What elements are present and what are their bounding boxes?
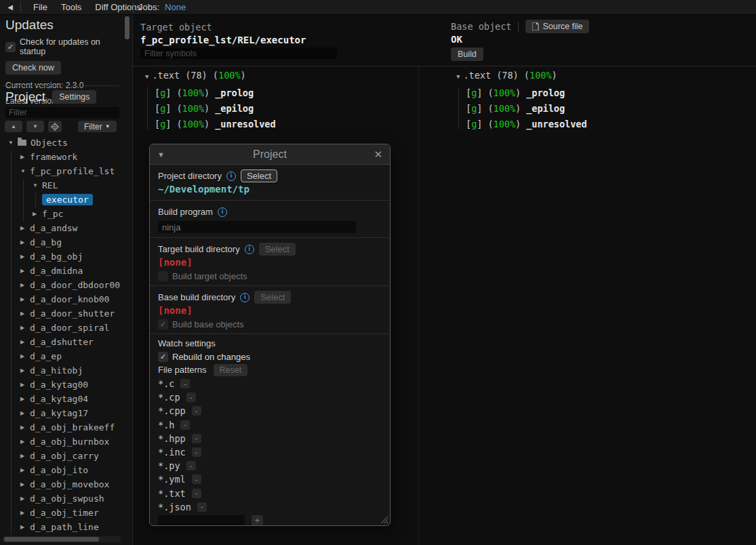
expander-icon[interactable]: ▶ [20,424,30,430]
expander-icon[interactable]: ▼ [145,73,148,80]
project-directory-select-button[interactable]: Select [241,169,277,182]
expander-icon[interactable]: ▼ [8,140,18,146]
build-program-input[interactable] [158,221,356,233]
add-pattern-input[interactable] [158,515,245,526]
info-icon[interactable]: i [240,293,250,302]
remove-pattern-button[interactable]: - [192,406,201,416]
tree-filter-dropdown[interactable]: Filter ▼ [78,121,117,132]
symbol-filter-input[interactable] [140,47,337,59]
symbol-name[interactable]: _prolog [526,87,565,98]
tree-item[interactable]: ▶ d_a_obj_timer [0,506,128,520]
build-button[interactable]: Build [451,47,483,61]
reset-patterns-button[interactable]: Reset [214,364,248,376]
info-icon[interactable]: i [245,245,254,254]
tree-item[interactable]: ▶ d_a_kytag04 [0,392,128,406]
expander-icon[interactable]: ▶ [20,296,30,302]
expander-icon[interactable]: ▶ [20,254,30,260]
remove-pattern-button[interactable]: - [186,392,196,402]
build-base-objects-checkbox[interactable]: ✓ [158,319,168,329]
expander-icon[interactable]: ▶ [20,453,30,459]
expander-icon[interactable]: ▶ [20,225,30,231]
expander-icon[interactable]: ▶ [20,268,30,274]
tree-item[interactable]: ▼ f_pc_profile_lst [0,164,128,178]
expander-icon[interactable]: ▼ [456,73,460,80]
tree-item[interactable]: ▶ d_a_kytag17 [0,406,128,420]
remove-pattern-button[interactable]: - [180,379,190,388]
tree-item[interactable]: ▶ d_a_hitobj [0,363,128,378]
expander-icon[interactable]: ▶ [20,382,30,388]
close-icon[interactable]: ✕ [369,148,382,161]
expander-icon[interactable]: ▶ [20,353,30,359]
expander-icon[interactable]: ▶ [20,524,30,530]
tree-item[interactable]: ▶ d_a_door_shutter [0,306,128,321]
symbol-name[interactable]: _prolog [215,87,254,98]
expander-icon[interactable]: ▶ [20,510,30,516]
tree-item[interactable]: ▶ d_a_bg [0,235,128,249]
tree-item[interactable]: ▶ d_a_door_dbdoor00 [0,278,128,292]
remove-pattern-button[interactable]: - [192,489,201,498]
expander-icon[interactable]: ▶ [33,211,42,217]
tree-item[interactable]: ▶ d_a_obj_burnbox [0,435,128,449]
tree-item[interactable]: ▶ d_a_andsw [0,221,128,235]
updates-startup-checkbox[interactable]: ✓ [5,42,16,52]
symbol-name[interactable]: _epilog [526,103,565,114]
expander-icon[interactable]: ▶ [20,325,30,331]
expander-icon[interactable]: ▶ [20,154,30,160]
expander-icon[interactable]: ▶ [20,282,30,288]
info-icon[interactable]: i [226,171,236,181]
symbol-row[interactable]: [g](100%)_unresolved [466,117,587,132]
symbol-name[interactable]: _unresolved [215,119,275,129]
remove-pattern-button[interactable]: - [192,447,201,457]
expander-icon[interactable]: ▶ [20,310,30,317]
remove-pattern-button[interactable]: - [192,434,201,443]
jobs-value[interactable]: None [165,2,186,12]
remove-pattern-button[interactable]: - [192,475,201,484]
remove-pattern-button[interactable]: - [186,461,196,470]
expander-icon[interactable]: ▶ [20,410,30,416]
symbol-row[interactable]: [g](100%)_unresolved [155,117,276,132]
menu-tools[interactable]: Tools [54,2,88,12]
expander-icon[interactable]: ▶ [20,396,30,402]
symbol-row[interactable]: [g](100%)_prolog [466,85,587,101]
tree-item[interactable]: ▶ d_a_dmidna [0,264,128,278]
source-file-button[interactable]: Source file [525,20,589,33]
tree-item[interactable]: ▶ d_a_obj_carry [0,449,128,463]
tree-item[interactable]: ▶ d_a_obj_brakeeff [0,420,128,435]
section-header[interactable]: ▼.text (78) (100%) [456,70,587,81]
build-target-objects-checkbox[interactable]: ✓ [158,271,168,281]
expander-icon[interactable]: ▶ [20,481,30,487]
expander-icon[interactable]: ▶ [20,239,30,245]
symbol-name[interactable]: _epilog [215,103,254,114]
expander-icon[interactable]: ▶ [20,367,30,374]
symbol-row[interactable]: [g](100%)_epilog [155,101,276,117]
check-now-button[interactable]: Check now [5,61,61,75]
scrollbar-thumb[interactable] [4,537,99,542]
locate-current-button[interactable] [48,121,62,132]
dialog-titlebar[interactable]: ▼ Project ✕ [150,144,390,165]
expander-icon[interactable]: ▶ [20,496,30,502]
tree-item[interactable]: ▶ d_a_ep [0,349,128,363]
expander-icon[interactable]: ▼ [33,182,42,188]
tree-item[interactable]: ▶ d_a_obj_movebox [0,477,128,491]
tree-item[interactable]: ▼ REL [0,178,128,193]
project-settings-button[interactable]: Settings [52,90,96,104]
expander-icon[interactable]: ▶ [20,439,30,445]
symbol-name[interactable]: _unresolved [526,119,586,129]
target-build-dir-select-button[interactable]: Select [259,243,296,256]
expand-down-button[interactable]: ▼ [26,121,44,132]
add-pattern-button[interactable]: + [252,515,263,526]
expander-icon[interactable]: ▼ [20,168,30,174]
collapse-up-button[interactable]: ▲ [5,121,22,132]
menu-file[interactable]: File [26,2,54,12]
tree-item[interactable]: ▶ d_a_door_knob00 [0,292,128,306]
expander-icon[interactable]: ▶ [20,339,30,345]
tree-item[interactable]: ▶ d_a_kytag00 [0,378,128,392]
tree-horizontal-scrollbar[interactable] [3,536,121,542]
project-filter-input[interactable] [5,107,119,118]
base-build-dir-select-button[interactable]: Select [254,291,291,304]
remove-pattern-button[interactable]: - [197,502,207,512]
expander-icon[interactable]: ▶ [20,467,30,473]
sidebar-vertical-scrollbar[interactable] [125,16,130,39]
symbol-row[interactable]: [g](100%)_epilog [466,101,587,117]
tree-item[interactable]: executor [0,193,128,207]
